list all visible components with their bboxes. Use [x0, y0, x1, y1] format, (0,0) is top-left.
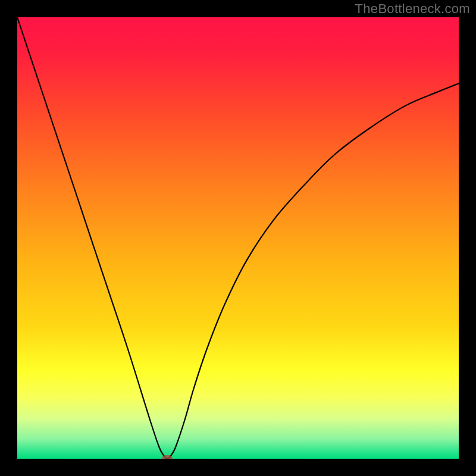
watermark-text: TheBottleneck.com	[355, 1, 470, 17]
min-marker	[162, 455, 173, 459]
bottleneck-curve	[17, 17, 459, 459]
chart-container: TheBottleneck.com	[0, 0, 476, 476]
curve-layer	[17, 17, 459, 459]
plot-area	[17, 17, 459, 459]
